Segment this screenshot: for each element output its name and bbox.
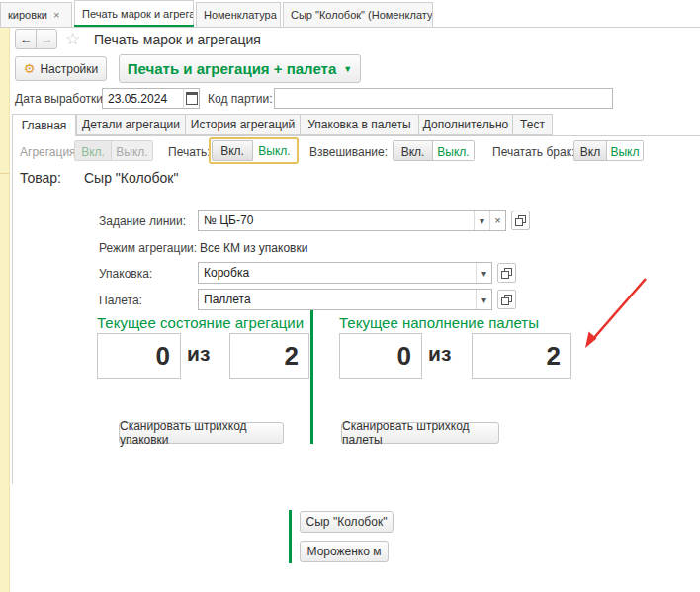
- settings-button-label: Настройки: [40, 62, 98, 76]
- calendar-icon: [186, 92, 198, 105]
- active-tab-underline: [74, 25, 194, 27]
- tab-aggregation-history[interactable]: История агрегаций: [185, 114, 301, 135]
- chevron-down-icon: ▼: [343, 64, 352, 74]
- tab-additional[interactable]: Дополнительно: [418, 114, 513, 135]
- print-aggregate-pallet-label: Печать и агрегация + палета: [128, 60, 336, 77]
- window-tab-item-card[interactable]: Сыр "Колобок" (Номенклатура) * ×: [283, 2, 433, 27]
- window-tab-label: Номенклатура: [204, 9, 277, 21]
- production-date-label: Дата выработки:: [15, 92, 106, 106]
- tab-test[interactable]: Тест: [512, 114, 553, 135]
- window-tab-print-aggregation[interactable]: Печать марок и агрегация ×: [74, 0, 194, 27]
- back-button[interactable]: ←: [15, 29, 37, 49]
- production-date-input[interactable]: 23.05.2024: [102, 88, 200, 109]
- window-tab-label: Сыр "Колобок" (Номенклатура) *: [291, 9, 433, 21]
- batch-code-label: Код партии:: [208, 92, 273, 106]
- window-tab-nomenclature[interactable]: Номенклатура ×: [196, 2, 281, 27]
- left-panel-strip[interactable]: [0, 28, 10, 592]
- gear-icon: ⚙: [24, 62, 36, 75]
- back-arrow-icon: ←: [20, 32, 33, 46]
- calendar-button[interactable]: [183, 89, 199, 108]
- window-tab-label: кировки: [8, 9, 47, 21]
- window-tab-bar: кировки × Печать марок и агрегация × Ном…: [0, 0, 700, 28]
- print-aggregate-pallet-button[interactable]: Печать и агрегация + палета ▼: [119, 54, 361, 83]
- tab-packing-to-pallets[interactable]: Упаковка в палеты: [300, 114, 419, 135]
- tab-main[interactable]: Главная: [12, 114, 76, 136]
- favorite-star-icon[interactable]: ☆: [65, 31, 80, 47]
- quick-products-accent-bar: [289, 510, 292, 563]
- left-panel-strip-divider: [0, 173, 10, 174]
- nav-history-group: ← →: [15, 29, 57, 49]
- forward-arrow-icon: →: [41, 32, 53, 46]
- batch-code-input[interactable]: [274, 88, 613, 109]
- quick-product-kolobok-button[interactable]: Сыр "Колобок": [300, 511, 394, 533]
- tab-aggregation-details[interactable]: Детали агрегации: [76, 114, 186, 135]
- main-tab-panel: [12, 135, 700, 484]
- production-date-value: 23.05.2024: [108, 92, 183, 106]
- quick-product-morozhenko-button[interactable]: Мороженко м: [300, 541, 389, 562]
- page-title: Печать марок и агрегация: [94, 32, 261, 47]
- window-tab-markings[interactable]: кировки ×: [0, 2, 72, 27]
- close-tab-icon[interactable]: ×: [53, 9, 59, 21]
- window-tab-label: Печать марок и агрегация: [82, 8, 194, 20]
- settings-button[interactable]: ⚙ Настройки: [15, 56, 107, 81]
- forward-button[interactable]: →: [36, 29, 57, 49]
